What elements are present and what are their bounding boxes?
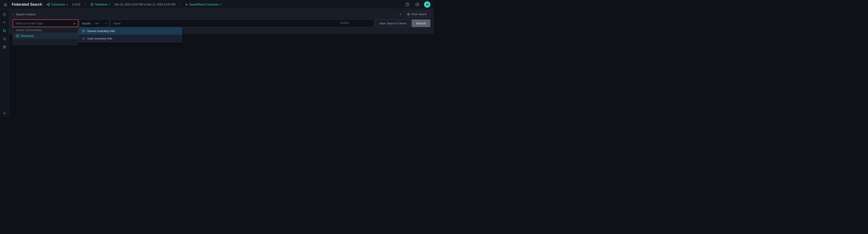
home-icon — [3, 13, 6, 16]
event-type-arrow: ▲ — [73, 22, 75, 25]
search-criteria-header: ▾ Search Criteria ✦ Clear Search — [13, 11, 430, 17]
svg-point-16 — [3, 29, 5, 32]
dropdown-item-user-inventory[interactable]: User Inventory Info — [79, 35, 182, 42]
timeframe-section[interactable]: Timeframe ▾ — [90, 3, 110, 6]
event-category-discovery[interactable]: Discovery — [13, 33, 78, 39]
activity-icon — [3, 21, 6, 24]
topbar: ◎ Federated Search Connectors ▾ 1 of 52 … — [0, 0, 434, 9]
user-avatar[interactable]: JR — [424, 1, 430, 8]
plugins-icon — [3, 45, 6, 49]
svg-marker-25 — [143, 38, 173, 72]
criteria-section-label: Search Criteria — [16, 13, 35, 16]
criteria-header-actions: ✦ Clear Search — [399, 11, 430, 17]
brand-icon: ◎ — [4, 2, 7, 7]
search-button[interactable]: Search — [412, 20, 430, 27]
event-type-placeholder: Select an Event Type — [16, 22, 43, 25]
integrations-icon — [3, 37, 6, 41]
help-icon: ? — [405, 3, 409, 6]
clear-icon — [407, 13, 410, 15]
saved-searches-section[interactable]: ★ Saved/Recent Searches ▾ — [185, 3, 221, 6]
event-categories-label: EVENT CATEGORIES: — [13, 27, 78, 33]
page-title: Federated Search — [12, 2, 42, 6]
settings-icon — [3, 111, 6, 115]
svg-line-36 — [104, 48, 111, 54]
user-inventory-icon — [82, 37, 85, 40]
device-inventory-icon — [82, 30, 85, 33]
svg-marker-33 — [378, 38, 408, 72]
equals-label: equals — [82, 22, 91, 25]
discovery-category-icon — [16, 34, 19, 37]
sparkle-icon[interactable]: ✦ — [399, 12, 402, 16]
user-inventory-label: User Inventory Info — [87, 37, 112, 40]
svg-rect-20 — [5, 46, 6, 47]
connectors-section[interactable]: Connectors ▾ — [46, 3, 67, 6]
svg-marker-27 — [202, 38, 231, 72]
search-row: Select an Event Type ▲ EVENT CATEGORIES:… — [13, 20, 430, 32]
svg-point-15 — [4, 14, 5, 15]
svg-point-0 — [47, 4, 48, 5]
star-icon: ★ — [185, 3, 188, 6]
timeframe-label: Timeframe — [95, 3, 107, 6]
svg-rect-19 — [3, 46, 4, 47]
topbar-actions: ? JR — [404, 1, 430, 8]
save-criteria-label: Save Search Criteria — [379, 22, 406, 25]
export-button[interactable] — [414, 1, 421, 8]
clock-icon — [90, 3, 93, 6]
svg-rect-22 — [5, 47, 6, 48]
equals-arrow: ▾ — [105, 22, 106, 25]
svg-marker-31 — [319, 38, 349, 72]
action-buttons: Save Search Criteria Search — [375, 20, 430, 27]
equals-operator: == — [95, 22, 99, 25]
sidebar-item-plugins[interactable] — [1, 43, 8, 51]
svg-line-4 — [48, 4, 49, 5]
svg-text:?: ? — [407, 3, 408, 6]
device-inventory-label: Device Inventory Info — [87, 29, 115, 33]
svg-line-3 — [48, 4, 49, 4]
clear-search-button[interactable]: Clear Search — [404, 11, 430, 17]
help-button[interactable]: ? — [404, 1, 410, 8]
svg-point-2 — [49, 5, 50, 6]
connectors-arrow: ▾ — [66, 3, 68, 6]
event-type-container: Select an Event Type ▲ EVENT CATEGORIES:… — [13, 20, 78, 32]
clear-search-label: Clear Search — [411, 13, 427, 16]
svg-point-18 — [4, 38, 5, 39]
svg-line-7 — [92, 4, 93, 5]
svg-point-23 — [4, 113, 5, 114]
event-type-dropdown: Device Inventory Info User Inventory Inf… — [78, 27, 182, 42]
svg-rect-40 — [16, 35, 19, 37]
svg-line-17 — [5, 31, 6, 32]
equals-select[interactable]: equals | == ▾ — [80, 20, 109, 27]
sidebar-item-search[interactable] — [1, 27, 8, 34]
connectors-icon — [46, 3, 50, 6]
sidebar-item-integrations[interactable] — [1, 35, 8, 42]
search-criteria-panel: ▾ Search Criteria ✦ Clear Search — [9, 9, 434, 34]
user-initials: JR — [426, 3, 429, 6]
saved-searches-label: Saved/Recent Searches — [189, 3, 218, 6]
sidebar — [0, 9, 9, 117]
criteria-collapse-toggle[interactable]: ▾ — [13, 13, 14, 16]
event-type-select[interactable]: Select an Event Type ▲ — [13, 20, 78, 27]
export-icon — [415, 3, 419, 6]
connectors-count: 1 of 52 — [72, 3, 81, 6]
timeframe-arrow: ▾ — [109, 3, 110, 6]
sidebar-item-home[interactable] — [1, 11, 8, 18]
svg-marker-29 — [261, 38, 290, 72]
dropdown-item-device-inventory[interactable]: Device Inventory Info — [79, 27, 182, 35]
connectors-label: Connectors — [51, 3, 65, 6]
sidebar-item-activity[interactable] — [1, 19, 8, 26]
svg-rect-21 — [3, 47, 4, 48]
save-criteria-button[interactable]: Save Search Criteria — [375, 20, 410, 27]
svg-point-1 — [49, 3, 50, 4]
timeframe-range: Dec 10, 2024 12:52 PM to Dec 11, 2024 12… — [115, 3, 175, 6]
discovery-label: Discovery — [21, 34, 34, 37]
value-input[interactable] — [111, 20, 374, 27]
sidebar-item-settings[interactable] — [1, 110, 8, 117]
search-label: Search — [416, 22, 426, 25]
case-sensitive-note: ensitive — [340, 21, 349, 24]
saved-searches-arrow: ▾ — [220, 3, 221, 6]
search-icon — [3, 29, 6, 33]
